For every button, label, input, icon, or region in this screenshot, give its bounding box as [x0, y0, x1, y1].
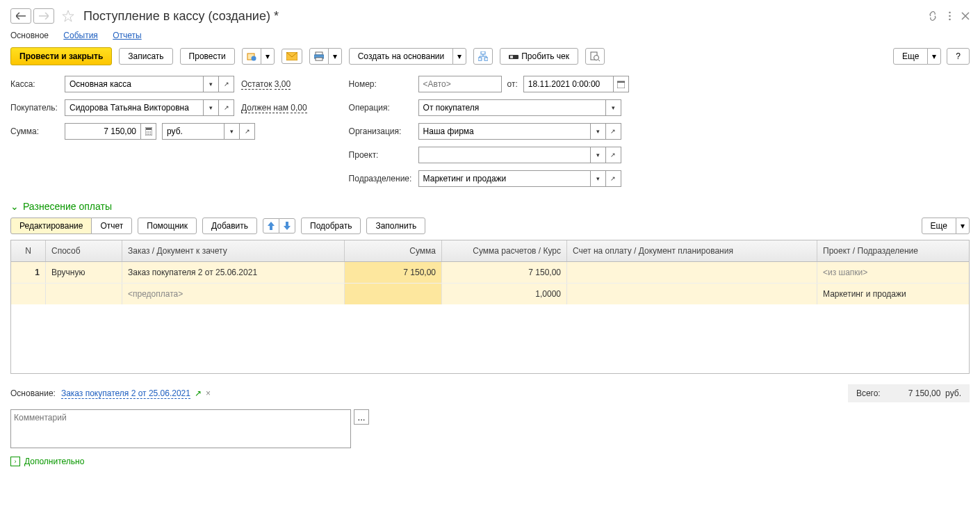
- col-schet[interactable]: Счет на оплату / Документ планирования: [567, 240, 817, 261]
- post-close-button[interactable]: Провести и закрыть: [10, 47, 112, 65]
- project-label: Проект:: [349, 150, 418, 160]
- date-input[interactable]: [523, 76, 614, 92]
- calc-icon[interactable]: [141, 123, 156, 140]
- col-zakaz[interactable]: Заказ / Документ к зачету: [122, 240, 345, 261]
- dropdown-icon[interactable]: ▾: [606, 99, 621, 116]
- attach-button[interactable]: [242, 48, 261, 65]
- from-label: от:: [507, 79, 518, 89]
- more-button[interactable]: Еще: [893, 48, 928, 65]
- dropdown-icon[interactable]: ▾: [204, 76, 219, 92]
- svg-point-19: [148, 131, 149, 133]
- move-down-button[interactable]: [279, 218, 295, 233]
- page-title: Поступление в кассу (создание) *: [83, 9, 279, 24]
- close-icon[interactable]: [961, 12, 970, 20]
- svg-rect-9: [481, 51, 485, 54]
- tab-reports[interactable]: Отчеты: [113, 31, 141, 40]
- save-button[interactable]: Записать: [119, 48, 172, 65]
- add-button[interactable]: Добавить: [202, 218, 257, 234]
- table-row[interactable]: 1 Вручную Заказ покупателя 2 от 25.06.20…: [11, 262, 969, 283]
- svg-rect-25: [617, 81, 625, 83]
- svg-point-15: [594, 56, 599, 60]
- svg-point-18: [146, 131, 147, 133]
- col-summa2[interactable]: Сумма расчетов / Курс: [442, 240, 567, 261]
- number-input[interactable]: [418, 76, 502, 92]
- struct-button[interactable]: [473, 48, 493, 65]
- additional-section[interactable]: › Дополнительно: [10, 448, 970, 475]
- kassa-input[interactable]: [65, 76, 204, 92]
- print-check-button[interactable]: Пробить чек: [500, 48, 578, 65]
- chevron-down-icon: ⌄: [10, 201, 19, 212]
- debt-label: Должен нам 0,00: [241, 103, 307, 113]
- link-icon[interactable]: [927, 10, 938, 22]
- table-row[interactable]: <предоплата> 1,0000 Маркетинг и продажи: [11, 283, 969, 304]
- col-n[interactable]: N: [11, 240, 46, 261]
- comment-ellipsis-button[interactable]: ...: [354, 409, 369, 425]
- move-up-button[interactable]: [263, 218, 279, 233]
- post-button[interactable]: Провести: [180, 48, 235, 65]
- open-icon[interactable]: ↗: [606, 147, 621, 163]
- create-based-button[interactable]: Создать на основании: [349, 48, 454, 65]
- grid-more-button[interactable]: Еще: [922, 218, 956, 234]
- sum-label: Сумма:: [10, 126, 65, 136]
- col-sposob[interactable]: Способ: [46, 240, 122, 261]
- buyer-label: Покупатель:: [10, 103, 65, 113]
- mail-button[interactable]: [281, 49, 302, 64]
- more-drop[interactable]: ▾: [927, 48, 941, 65]
- assistant-button[interactable]: Помощник: [138, 218, 197, 234]
- select-button[interactable]: Подобрать: [301, 218, 361, 234]
- kassa-label: Касса:: [10, 79, 65, 89]
- open-icon[interactable]: ↗: [219, 76, 234, 92]
- preview-button[interactable]: [585, 48, 605, 65]
- basis-open-icon[interactable]: ↗: [195, 388, 202, 398]
- forward-button[interactable]: [33, 8, 54, 24]
- more-icon[interactable]: [949, 11, 951, 21]
- dropdown-icon[interactable]: ▾: [591, 147, 606, 163]
- col-summa[interactable]: Сумма: [345, 240, 442, 261]
- calendar-icon[interactable]: [614, 76, 629, 92]
- dropdown-icon[interactable]: ▾: [204, 99, 219, 116]
- basis-link[interactable]: Заказ покупателя 2 от 25.06.2021: [61, 388, 190, 399]
- favorite-icon[interactable]: [60, 8, 76, 24]
- payment-section-header[interactable]: ⌄ Разнесение оплаты: [10, 194, 970, 218]
- currency-input[interactable]: [162, 123, 224, 140]
- print-button[interactable]: [309, 48, 329, 65]
- tab-main[interactable]: Основное: [10, 31, 49, 40]
- comment-input[interactable]: [10, 409, 351, 448]
- svg-rect-6: [316, 52, 322, 55]
- buyer-input[interactable]: [65, 99, 204, 116]
- open-icon[interactable]: ↗: [240, 123, 255, 140]
- svg-point-0: [949, 12, 951, 14]
- dropdown-icon[interactable]: ▾: [224, 123, 240, 140]
- payment-grid: N Способ Заказ / Документ к зачету Сумма…: [10, 240, 970, 374]
- project-input[interactable]: [418, 147, 591, 163]
- svg-point-1: [949, 15, 951, 17]
- help-button[interactable]: ?: [947, 48, 970, 65]
- operation-input[interactable]: [418, 99, 606, 116]
- open-icon[interactable]: ↗: [219, 99, 234, 116]
- open-icon[interactable]: ↗: [606, 123, 621, 140]
- fill-button[interactable]: Заполнить: [366, 218, 425, 234]
- dropdown-icon[interactable]: ▾: [591, 170, 606, 187]
- basis-label: Основание:: [10, 388, 56, 398]
- sum-input[interactable]: [65, 123, 141, 140]
- svg-point-21: [146, 133, 147, 135]
- print-drop[interactable]: ▾: [328, 48, 342, 65]
- grid-more-drop[interactable]: ▾: [956, 218, 970, 234]
- org-input[interactable]: [418, 123, 591, 140]
- back-button[interactable]: [10, 8, 31, 24]
- attach-drop[interactable]: ▾: [261, 48, 275, 65]
- report-mode-button[interactable]: Отчет: [91, 218, 132, 234]
- svg-rect-10: [478, 58, 482, 60]
- open-icon[interactable]: ↗: [606, 170, 621, 187]
- operation-label: Операция:: [349, 103, 418, 113]
- tab-events[interactable]: События: [63, 31, 98, 40]
- svg-point-22: [148, 133, 149, 135]
- col-proj[interactable]: Проект / Подразделение: [817, 240, 969, 261]
- dept-input[interactable]: [418, 170, 591, 187]
- dropdown-icon[interactable]: ▾: [591, 123, 606, 140]
- basis-clear-icon[interactable]: ×: [206, 388, 211, 398]
- dept-label: Подразделение:: [349, 174, 418, 183]
- edit-mode-button[interactable]: Редактирование: [10, 218, 92, 234]
- create-based-drop[interactable]: ▾: [452, 48, 466, 65]
- svg-point-4: [251, 56, 256, 61]
